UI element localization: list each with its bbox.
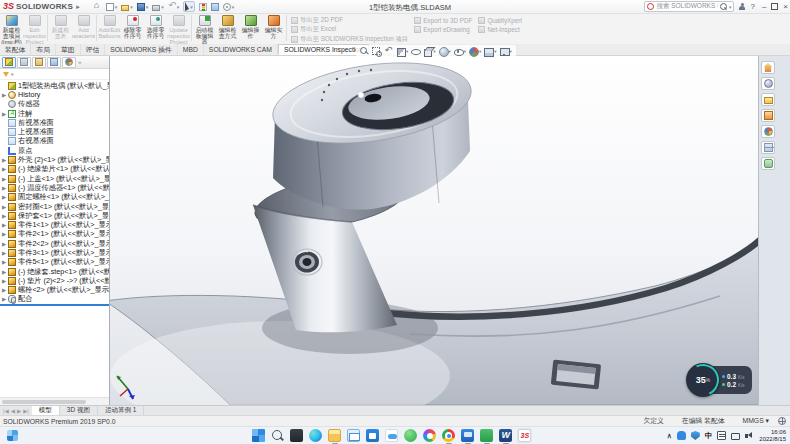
taskbar-search-icon[interactable]	[271, 429, 284, 442]
options-gear-icon[interactable]: ▾	[223, 3, 235, 11]
tree-item-mates[interactable]: ▶配合	[0, 295, 109, 304]
tree-item-component[interactable]: ▶(-) 绝缘套.step<1> (默认<<默认>	[0, 267, 109, 276]
print-icon[interactable]: ▾	[152, 3, 164, 11]
view-palette-tab[interactable]	[761, 109, 775, 122]
tree-item-component[interactable]: ▶固定螺栓<1> (默认<<默认>_显示	[0, 193, 109, 202]
launch-template-editor-button[interactable]: 启动模板编辑器	[193, 14, 216, 44]
model-3d[interactable]	[110, 56, 758, 405]
microsoft-store-icon[interactable]	[366, 429, 379, 442]
panel-horizontal-scrollbar[interactable]	[0, 397, 109, 405]
tab-assembly[interactable]: 装配体	[0, 44, 31, 55]
zoom-to-area-icon[interactable]	[372, 47, 381, 56]
new-inspection-project-button[interactable]: 新建检查项目 (imp:档)	[0, 14, 23, 44]
tree-item-component[interactable]: ▶零件3<1> (默认<<默认>_显示状态	[0, 248, 109, 257]
tree-item-component[interactable]: ▶(-) 温度传感器<1> (默认<<默认>_	[0, 183, 109, 192]
start-button[interactable]	[252, 429, 265, 442]
security-shield-icon[interactable]	[691, 431, 700, 440]
tree-item-annotations[interactable]: ▶注解	[0, 109, 109, 118]
zoom-to-fit-icon[interactable]	[360, 47, 369, 56]
doc-tab-model[interactable]: 模型	[32, 406, 60, 415]
tree-item-right-plane[interactable]: ▶右视基准面	[0, 137, 109, 146]
tree-item-component[interactable]: ▶(-) 绝缘垫片<1> (默认<<默认>_显	[0, 165, 109, 174]
widgets-icon[interactable]	[7, 430, 18, 441]
edit-operation-button[interactable]: 编辑操作	[239, 14, 262, 44]
word-icon[interactable]	[499, 429, 512, 442]
weather-icon[interactable]	[385, 429, 398, 442]
solidworks-resources-tab[interactable]	[761, 61, 775, 74]
hex-nut[interactable]	[268, 56, 477, 210]
volume-icon[interactable]	[745, 431, 754, 440]
configurationmanager-tab[interactable]	[32, 57, 46, 68]
dimxpertmanager-tab[interactable]	[47, 57, 61, 68]
tree-root-assembly[interactable]: ▶1型铠装热电偶 (默认<默认_显示状态-1	[0, 81, 109, 90]
color-wheel-app-icon[interactable]	[423, 429, 436, 442]
green-square-app-icon[interactable]	[480, 429, 493, 442]
tree-item-front-plane[interactable]: ▶前视基准面	[0, 118, 109, 127]
view-settings-icon[interactable]: ▾	[500, 47, 512, 56]
select-cursor-icon[interactable]: ▾	[183, 1, 195, 12]
doc-tab-motion-study[interactable]: 运动算例 1	[98, 406, 144, 415]
tree-item-history[interactable]: ▶History	[0, 90, 109, 99]
display-icon[interactable]	[731, 433, 740, 440]
tree-item-sensors[interactable]: ▶传感器	[0, 100, 109, 109]
file-explorer-icon[interactable]	[328, 429, 341, 442]
featuremanager-tree-tab[interactable]	[2, 57, 16, 68]
first-tab-icon[interactable]: |◀	[3, 408, 9, 414]
apply-scene-icon[interactable]: ▾	[484, 47, 496, 56]
close-button[interactable]: ×	[783, 2, 788, 12]
restore-button[interactable]	[771, 3, 778, 10]
new-document-icon[interactable]: ▾	[106, 3, 118, 11]
minimize-button[interactable]: –	[762, 2, 766, 12]
tree-item-component[interactable]: ▶外壳 (2)<1> (默认<<默认>_显示状	[0, 155, 109, 164]
open-icon[interactable]: ▾	[121, 3, 133, 11]
tree-item-component[interactable]: ▶密封圈<1> (默认<<默认>_显示状	[0, 202, 109, 211]
search-dropdown-icon[interactable]: ▾	[729, 4, 732, 10]
edit-appearance-icon[interactable]: ▾	[469, 47, 481, 56]
tree-item-component[interactable]: ▶零件2<1> (默认<<默认>_显示状态	[0, 230, 109, 239]
display-style-icon[interactable]: ▾	[439, 47, 451, 56]
custom-properties-tab[interactable]	[761, 141, 775, 154]
next-tab-icon[interactable]: ▶	[17, 408, 21, 414]
tab-mbd[interactable]: MBD	[178, 44, 204, 55]
remove-balloons-button[interactable]: 移除零件序号	[121, 14, 144, 44]
green-circle-app-icon[interactable]	[404, 429, 417, 442]
tab-solidworks-cam[interactable]: SOLIDWORKS CAM	[204, 44, 278, 55]
hide-show-items-icon[interactable]: ▾	[454, 47, 466, 56]
file-explorer-tab[interactable]	[761, 93, 775, 106]
net-speed-overlay[interactable]: 0.3 K/s 0.2 K/s 35%	[686, 363, 752, 397]
tree-item-component[interactable]: ▶(-) 上盖<1> (默认<<默认>_显示状	[0, 174, 109, 183]
solidworks-taskbar-icon[interactable]	[517, 428, 532, 443]
chrome-icon[interactable]	[442, 429, 455, 442]
doc-tab-nav[interactable]: |◀ ◀ ▶ ▶|	[0, 406, 32, 415]
last-tab-icon[interactable]: ▶|	[23, 408, 29, 414]
tree-item-component[interactable]: ▶(-) 垫片 (2)<2> ->? (默认<<默认>	[0, 276, 109, 285]
tree-filter[interactable]: ▾	[0, 69, 109, 80]
tree-item-top-plane[interactable]: ▶上视基准面	[0, 127, 109, 136]
remote-desktop-app-icon[interactable]	[461, 429, 474, 442]
search-icon[interactable]	[720, 3, 727, 10]
task-view-icon[interactable]	[290, 429, 303, 442]
ime-language-indicator[interactable]: 中	[705, 431, 713, 441]
dynamic-annotation-views-icon[interactable]	[411, 47, 420, 56]
doc-tab-3d-views[interactable]: 3D 视图	[60, 406, 98, 415]
tab-sketch[interactable]: 草图	[56, 44, 81, 55]
design-library-tab[interactable]	[761, 77, 775, 90]
graphics-viewport[interactable]: 0.3 K/s 0.2 K/s 35%	[110, 56, 758, 405]
undo-icon[interactable]: ▾	[168, 3, 180, 11]
search-input[interactable]: 搜索 SOLIDWORKS 帮助 ▾	[644, 1, 734, 12]
mail-icon[interactable]	[347, 429, 360, 442]
units-selector[interactable]: MMGS ▾	[734, 417, 778, 425]
edit-inspection-method-button[interactable]: 编辑检查方式	[216, 14, 239, 44]
edge-icon[interactable]	[309, 429, 322, 442]
panes-icon[interactable]	[211, 3, 219, 11]
globe-icon[interactable]	[778, 417, 786, 425]
keyboard-icon[interactable]	[717, 431, 726, 440]
home-icon[interactable]	[94, 3, 102, 11]
previous-view-icon[interactable]	[384, 47, 393, 56]
help-icon[interactable]: ?	[750, 2, 754, 11]
main-body[interactable]	[110, 239, 758, 405]
menu-expand-icon[interactable]: ▸	[76, 3, 80, 11]
panel-tabs-overflow-icon[interactable]: »	[78, 59, 81, 65]
rebuild-lights-icon[interactable]	[199, 3, 207, 11]
section-view-icon[interactable]: ▾	[396, 47, 408, 56]
